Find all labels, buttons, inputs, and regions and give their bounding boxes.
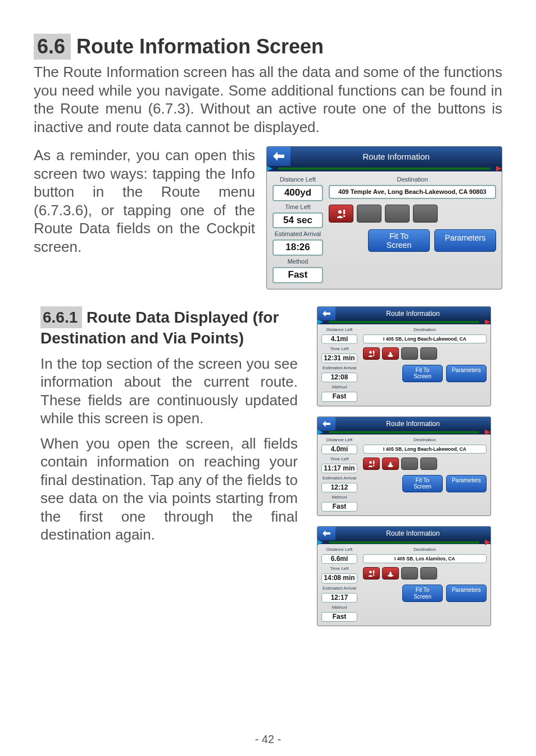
distance-left-field[interactable]: 6.6mi xyxy=(321,554,357,564)
svg-point-7 xyxy=(369,461,372,464)
fit-line2: Screen xyxy=(406,373,439,380)
method-field[interactable]: Fast xyxy=(321,612,357,622)
route-info-title: Route Information xyxy=(335,529,490,537)
section-title: Route Information Screen xyxy=(76,35,324,58)
eta-label: Estimated Arrival xyxy=(272,230,323,237)
svg-point-0 xyxy=(338,210,342,214)
arrow-left-icon xyxy=(322,310,330,317)
route-info-title: Route Information xyxy=(335,310,490,318)
section-heading: 6.6 Route Information Screen xyxy=(34,34,502,60)
time-left-field[interactable]: 12:31 min xyxy=(321,354,357,363)
reminder-paragraph: As a reminder, you can open this screen … xyxy=(34,146,255,289)
fit-line2: Screen xyxy=(406,594,439,600)
time-left-label: Time Left xyxy=(321,456,357,461)
extra-icon-button-2[interactable] xyxy=(420,458,437,470)
extra-icon-button-2[interactable] xyxy=(413,205,438,223)
back-button[interactable] xyxy=(317,307,335,320)
arrow-left-icon xyxy=(322,420,330,427)
extra-icon-button-2[interactable] xyxy=(420,567,437,580)
method-field[interactable]: Fast xyxy=(272,267,323,283)
time-left-field[interactable]: 14:08 min xyxy=(321,573,357,583)
eta-field[interactable]: 12:12 xyxy=(321,483,357,492)
warning-icon-button[interactable] xyxy=(329,205,353,223)
warning-icon-button[interactable] xyxy=(363,458,380,470)
fit-to-screen-button[interactable]: Fit To Screen xyxy=(402,475,443,492)
svg-rect-2 xyxy=(343,215,345,217)
fit-to-screen-button[interactable]: Fit To Screen xyxy=(402,365,443,382)
time-left-field[interactable]: 11:17 min xyxy=(321,464,357,473)
destination-field[interactable]: I 405 SB, Long Beach-Lakewood, CA xyxy=(363,334,487,343)
route-progress xyxy=(317,540,490,544)
extra-icon-button-1[interactable] xyxy=(401,567,418,580)
destination-label: Destination xyxy=(363,547,487,552)
route-info-title: Route Information xyxy=(335,420,490,428)
time-left-label: Time Left xyxy=(321,566,357,571)
parameters-button[interactable]: Parameters xyxy=(446,475,487,492)
warning-icon-button[interactable] xyxy=(363,347,380,360)
svg-point-3 xyxy=(369,351,372,354)
extra-icon-button-1[interactable] xyxy=(385,205,410,223)
eta-field[interactable]: 12:08 xyxy=(321,373,357,382)
route-progress xyxy=(317,320,490,324)
road-icon-button[interactable] xyxy=(382,347,399,360)
road-icon-button[interactable] xyxy=(382,458,399,470)
back-button[interactable] xyxy=(317,527,335,540)
eta-label: Estimated Arrival xyxy=(321,365,357,370)
eta-field[interactable]: 18:26 xyxy=(272,239,323,256)
destination-field[interactable]: I 405 SB, Long Beach-Lakewood, CA xyxy=(363,445,487,454)
destination-field[interactable]: 409 Temple Ave, Long Beach-Lakewood, CA … xyxy=(329,185,496,199)
distance-left-label: Distance Left xyxy=(321,547,357,552)
route-progress-bar xyxy=(329,431,479,433)
subsection-number: 6.6.1 xyxy=(40,306,82,328)
eta-label: Estimated Arrival xyxy=(321,476,357,481)
method-field[interactable]: Fast xyxy=(321,502,357,511)
fit-line2: Screen xyxy=(406,483,439,490)
method-label: Method xyxy=(321,495,357,500)
method-label: Method xyxy=(321,384,357,390)
extra-icon-button-1[interactable] xyxy=(401,458,418,470)
svg-rect-13 xyxy=(373,575,374,576)
destination-label: Destination xyxy=(363,327,487,332)
distance-left-label: Distance Left xyxy=(321,327,357,332)
svg-point-11 xyxy=(369,571,372,574)
route-info-card: Route Information Distance Left 4.1mi Ti… xyxy=(317,306,491,406)
svg-rect-14 xyxy=(388,575,394,576)
distance-left-field[interactable]: 4.0mi xyxy=(321,445,357,454)
distance-left-field[interactable]: 4.1mi xyxy=(321,334,357,344)
page-number: - 42 - xyxy=(0,733,536,746)
fit-to-screen-button[interactable]: Fit To Screen xyxy=(402,585,443,602)
route-info-card: Route Information Distance Left 400yd Ti… xyxy=(266,146,502,289)
fit-line1: Fit To xyxy=(406,477,439,484)
road-icon-button[interactable] xyxy=(357,205,381,223)
parameters-button[interactable]: Parameters xyxy=(446,585,487,602)
person-alert-icon xyxy=(336,209,346,218)
extra-icon-button-2[interactable] xyxy=(420,347,437,360)
svg-rect-1 xyxy=(343,210,345,214)
flag-end-icon xyxy=(483,540,490,545)
flag-end-icon xyxy=(494,166,502,171)
warning-icon-button[interactable] xyxy=(363,567,380,580)
person-alert-icon xyxy=(367,460,375,467)
parameters-button[interactable]: Parameters xyxy=(446,365,487,382)
back-button[interactable] xyxy=(267,147,290,166)
svg-rect-5 xyxy=(373,355,374,356)
time-left-label: Time Left xyxy=(272,203,323,210)
eta-field[interactable]: 12:17 xyxy=(321,593,357,603)
route-progress xyxy=(317,431,490,434)
flag-start-icon xyxy=(317,319,325,325)
back-button[interactable] xyxy=(317,417,335,431)
destination-field[interactable]: I 405 SB, Los Alamitos, CA xyxy=(363,554,487,563)
flag-end-icon xyxy=(483,429,490,435)
distance-left-field[interactable]: 400yd xyxy=(272,185,323,201)
route-progress xyxy=(267,166,502,171)
time-left-label: Time Left xyxy=(321,346,357,351)
person-alert-icon xyxy=(367,570,375,577)
time-left-field[interactable]: 54 sec xyxy=(272,212,323,229)
road-icon-button[interactable] xyxy=(382,567,399,580)
parameters-button[interactable]: Parameters xyxy=(434,229,496,252)
svg-rect-12 xyxy=(373,571,374,574)
flag-start-icon xyxy=(317,429,325,435)
extra-icon-button-1[interactable] xyxy=(401,347,418,360)
method-field[interactable]: Fast xyxy=(321,392,357,401)
fit-to-screen-button[interactable]: Fit To Screen xyxy=(368,229,430,252)
